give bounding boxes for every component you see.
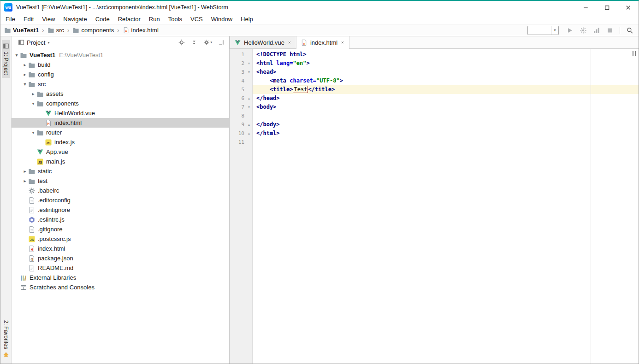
editor-area: HelloWorld.vueHindex.html 12▾3▾456▴7▾89▴… (230, 36, 639, 364)
svg-text:{}: {} (30, 258, 33, 261)
code-line-11[interactable] (253, 138, 639, 147)
menu-item-refactor[interactable]: Refactor (114, 15, 145, 23)
fold-start-icon[interactable]: ▾ (246, 103, 252, 112)
tree-item-eslintrc-js[interactable]: .eslintrc.js (12, 215, 229, 224)
fold-start-icon[interactable]: ▾ (246, 59, 252, 68)
breadcrumb-item-vuetest1[interactable]: VueTest1 (4, 27, 39, 34)
locate-button[interactable] (178, 39, 185, 46)
search-everywhere-button[interactable] (625, 25, 635, 35)
fold-end-icon[interactable]: ▴ (246, 129, 252, 138)
stop-button[interactable] (605, 25, 615, 35)
chevron-collapsed-icon[interactable]: ▸ (22, 178, 28, 183)
tree-item-label: App.vue (46, 148, 68, 155)
favorites-stripe-button[interactable]: 2: Favorites (2, 317, 10, 361)
menu-item-edit[interactable]: Edit (19, 15, 38, 23)
run-with-coverage-button[interactable] (578, 25, 588, 35)
menu-item-run[interactable]: Run (145, 15, 164, 23)
tree-item-config[interactable]: ▸config (12, 70, 229, 79)
project-stripe-button[interactable]: 1: Project (2, 40, 10, 78)
code-line-3[interactable]: <head> (253, 68, 639, 76)
tree-item-external-libraries[interactable]: External Libraries (12, 273, 229, 282)
menu-item-code[interactable]: Code (91, 15, 114, 23)
code-line-5[interactable]: <title>Test</title> (253, 85, 639, 94)
svg-text:JS: JS (38, 160, 42, 164)
tree-item-postcssrc-js[interactable]: JS.postcssrc.js (12, 234, 229, 244)
breadcrumb-item-components[interactable]: components (72, 27, 114, 34)
chevron-collapsed-icon[interactable]: ▸ (22, 72, 28, 77)
close-button[interactable] (617, 1, 639, 14)
run-config-select[interactable]: ▾ (527, 26, 559, 35)
text-icon (28, 264, 36, 272)
tab-close-icon[interactable] (340, 40, 345, 45)
maximize-button[interactable] (596, 1, 617, 14)
breadcrumb-item-src[interactable]: src (47, 27, 64, 34)
run-button[interactable] (565, 25, 575, 35)
html-icon: H (301, 39, 308, 46)
gutter-line-9: 9▴ (230, 120, 252, 129)
hide-button[interactable] (218, 39, 225, 46)
tree-item-package-json[interactable]: {}package.json (12, 253, 229, 263)
code-line-4[interactable]: <meta charset="UTF-8"> (253, 76, 639, 85)
tree-item-scratches-and-consoles[interactable]: Scratches and Consoles (12, 282, 229, 292)
code-line-6[interactable]: </head> (253, 94, 639, 103)
tab-index-html[interactable]: Hindex.html (296, 36, 349, 48)
settings-gear-button[interactable]: ▾ (203, 39, 212, 46)
menu-item-vcs[interactable]: VCS (186, 15, 207, 23)
tab-helloworld-vue[interactable]: HelloWorld.vue (230, 36, 296, 48)
chevron-expanded-icon[interactable]: ▾ (13, 53, 20, 58)
tree-item-main-js[interactable]: JSmain.js (12, 157, 229, 166)
chevron-expanded-icon[interactable]: ▾ (22, 82, 28, 87)
chevron-collapsed-icon[interactable]: ▸ (30, 91, 36, 96)
chevron-collapsed-icon[interactable]: ▸ (22, 169, 28, 174)
tree-item-index-html[interactable]: Hindex.html (12, 118, 229, 128)
chevron-collapsed-icon[interactable]: ▸ (22, 62, 28, 67)
fold-start-icon[interactable]: ▾ (246, 68, 252, 76)
code-segment: </title> (308, 86, 335, 93)
code-line-10[interactable]: </html> (253, 129, 639, 138)
fold-end-icon[interactable]: ▴ (246, 94, 252, 103)
menu-item-window[interactable]: Window (207, 15, 237, 23)
chevron-down-icon[interactable]: ▾ (47, 41, 49, 45)
tree-item-label: static (38, 168, 52, 175)
editor-code[interactable]: <!DOCTYPE html><html lang="en"><head> <m… (253, 49, 639, 364)
menu-item-tools[interactable]: Tools (164, 15, 186, 23)
code-line-7[interactable]: <body> (253, 103, 639, 112)
editor-body[interactable]: 12▾3▾456▴7▾89▴10▴11 <!DOCTYPE html><html… (230, 49, 639, 364)
tree-item-test[interactable]: ▸test (12, 176, 229, 186)
menu-item-file[interactable]: File (1, 15, 19, 23)
tab-close-icon[interactable] (287, 40, 292, 45)
tree-item-index-html[interactable]: Hindex.html (12, 244, 229, 253)
tree-item-readme-md[interactable]: README.md (12, 263, 229, 273)
tree-item-gitignore[interactable]: .gitignore (12, 224, 229, 234)
tree-item-helloworld-vue[interactable]: HelloWorld.vue (12, 108, 229, 118)
title-bar[interactable]: WS VueTest1 [E:\Vue\VueTest1] - ...\src\… (0, 1, 639, 14)
tree-item-src[interactable]: ▾src (12, 79, 229, 89)
tree-item-router[interactable]: ▾router (12, 128, 229, 137)
project-panel-title[interactable]: Project (27, 39, 45, 46)
collapse-all-button[interactable] (191, 39, 197, 46)
tree-item-build[interactable]: ▸build (12, 60, 229, 70)
tree-item-editorconfig[interactable]: .editorconfig (12, 195, 229, 205)
code-line-2[interactable]: <html lang="en"> (253, 59, 639, 68)
minimize-button[interactable] (575, 1, 596, 14)
tree-item-vuetest1[interactable]: ▾VueTest1E:\Vue\VueTest1 (12, 50, 229, 60)
tree-item-babelrc[interactable]: .babelrc (12, 186, 229, 195)
fold-end-icon[interactable]: ▴ (246, 120, 252, 129)
tree-item-eslintignore[interactable]: .eslintignore (12, 205, 229, 215)
code-line-9[interactable]: </body> (253, 120, 639, 129)
tree-item-static[interactable]: ▸static (12, 166, 229, 176)
main-area: 1: Project 2: Favorites Project ▾ ▾ ▾Vue… (0, 36, 639, 364)
code-line-1[interactable]: <!DOCTYPE html> (253, 50, 639, 59)
menu-item-navigate[interactable]: Navigate (59, 15, 91, 23)
code-line-8[interactable] (253, 112, 639, 120)
tree-item-components[interactable]: ▾components (12, 99, 229, 108)
tree-item-index-js[interactable]: JSindex.js (12, 137, 229, 147)
breadcrumb-item-index-html[interactable]: Hindex.html (123, 27, 159, 34)
menu-item-help[interactable]: Help (237, 15, 257, 23)
chevron-expanded-icon[interactable]: ▾ (30, 130, 36, 135)
tree-item-assets[interactable]: ▸assets (12, 89, 229, 99)
tree-item-app-vue[interactable]: App.vue (12, 147, 229, 157)
menu-item-view[interactable]: View (38, 15, 59, 23)
profiler-button[interactable] (592, 25, 602, 35)
chevron-expanded-icon[interactable]: ▾ (30, 101, 36, 106)
